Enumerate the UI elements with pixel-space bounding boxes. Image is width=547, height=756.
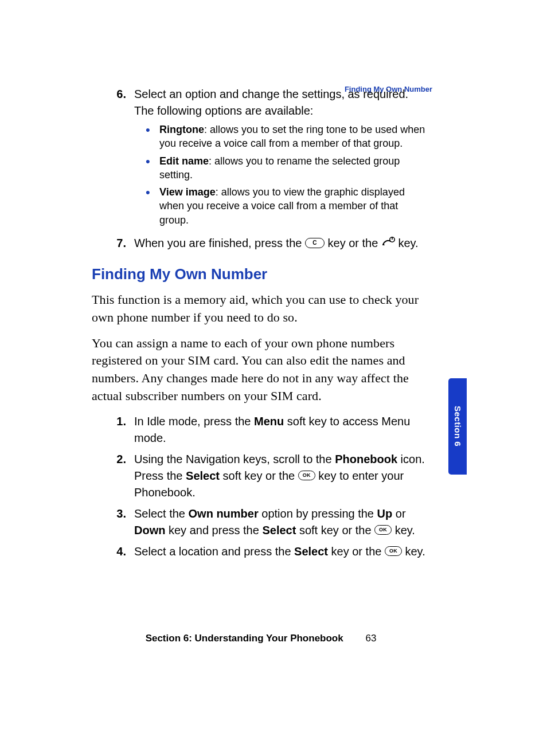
step-number: 6. <box>92 86 134 230</box>
bullet-item: •Edit name: allows you to rename the sel… <box>146 154 430 182</box>
step-7-post: key. <box>395 237 419 249</box>
step-7: 7. When you are finished, press the C ke… <box>92 235 430 252</box>
step-6-text: Select an option and change the settings… <box>134 88 408 117</box>
step-body: Select the Own number option by pressing… <box>134 506 430 539</box>
bullet-text: Ringtone: allows you to set the ring ton… <box>159 123 430 151</box>
finding-steps-list: 1.In Idle mode, press the Menu soft key … <box>92 413 430 560</box>
bullet-icon: • <box>146 185 159 227</box>
ok-key-icon: OK <box>374 525 392 535</box>
bullet-item: •Ringtone: allows you to set the ring to… <box>146 123 430 151</box>
bullet-item: •View image: allows you to view the grap… <box>146 185 430 227</box>
ok-key-icon: OK <box>385 546 402 556</box>
bullet-icon: • <box>146 123 159 151</box>
step-6: 6. Select an option and change the setti… <box>92 86 430 230</box>
step-body: Select an option and change the settings… <box>134 86 430 230</box>
step-number: 7. <box>92 235 134 252</box>
step-number: 2. <box>92 451 134 501</box>
section-tab-label: Section 6 <box>453 406 463 446</box>
c-key-icon: C <box>305 238 325 248</box>
continued-steps-list: 6. Select an option and change the setti… <box>92 86 430 252</box>
page-footer: Section 6: Understanding Your Phonebook … <box>92 633 430 644</box>
end-key-icon <box>381 237 395 248</box>
bullet-text: Edit name: allows you to rename the sele… <box>159 154 430 182</box>
step-7-pre: When you are finished, press the <box>134 237 305 249</box>
step-body: Select a location and press the Select k… <box>134 543 430 560</box>
step-number: 3. <box>92 506 134 539</box>
page-number: 63 <box>365 633 376 644</box>
step-body: Using the Navigation keys, scroll to the… <box>134 451 430 501</box>
step-number: 4. <box>92 543 134 560</box>
step-body: When you are finished, press the C key o… <box>134 235 430 252</box>
intro-paragraph-2: You can assign a name to each of your ow… <box>92 335 430 405</box>
page-body: 6. Select an option and change the setti… <box>92 86 430 565</box>
intro-paragraph-1: This function is a memory aid, which you… <box>92 291 430 327</box>
list-item: 2.Using the Navigation keys, scroll to t… <box>92 451 430 501</box>
step-body: In Idle mode, press the Menu soft key to… <box>134 413 430 446</box>
list-item: 1.In Idle mode, press the Menu soft key … <box>92 413 430 446</box>
bullet-icon: • <box>146 154 159 182</box>
section-tab: Section 6 <box>448 378 467 475</box>
bullet-text: View image: allows you to view the graph… <box>159 185 430 227</box>
step-number: 1. <box>92 413 134 446</box>
list-item: 4.Select a location and press the Select… <box>92 543 430 560</box>
footer-title: Section 6: Understanding Your Phonebook <box>146 633 343 644</box>
step-7-mid: key or the <box>325 237 381 249</box>
section-heading: Finding My Own Number <box>92 265 430 283</box>
step-6-bullets: •Ringtone: allows you to set the ring to… <box>134 123 430 227</box>
ok-key-icon: OK <box>298 471 315 480</box>
list-item: 3.Select the Own number option by pressi… <box>92 506 430 539</box>
